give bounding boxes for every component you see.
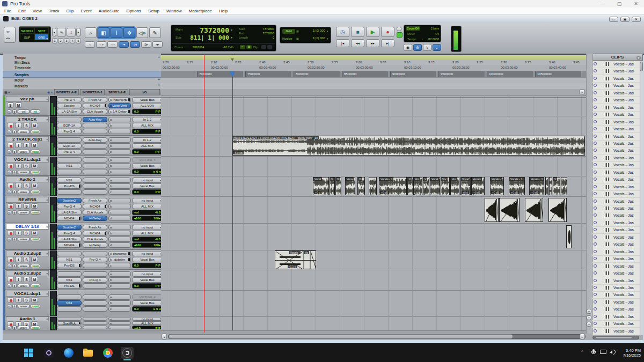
menu-view[interactable]: View: [33, 9, 42, 13]
insert-slot[interactable]: Pro-Q 4: [57, 149, 82, 154]
track-view-selector[interactable]: wave: [18, 150, 30, 154]
mute-button[interactable]: M: [31, 203, 38, 209]
volume-pan-display[interactable]: vol-6.8: [132, 237, 163, 242]
zoom-toggle-button[interactable]: ◂▸: [152, 41, 163, 48]
track-name-caret[interactable]: ▾: [46, 271, 48, 276]
clip-list-item[interactable]: Vocals - Jas: [592, 313, 640, 321]
nudge-value[interactable]: 1| 0| 000: [301, 36, 325, 40]
taskbar-icon-pro-tools[interactable]: [42, 347, 55, 359]
grid-mode-caret[interactable]: ▾: [46, 35, 48, 42]
track-name-caret[interactable]: ▾: [46, 317, 48, 321]
output-selector[interactable]: ALL VOX↕: [132, 103, 163, 108]
insert-slot[interactable]: StudiRck: [57, 321, 82, 325]
mute-button[interactable]: M: [15, 102, 22, 108]
lane-view-dropdown[interactable]: ▾: [579, 90, 585, 94]
track-name-caret[interactable]: ▾: [46, 291, 48, 297]
insert-slot[interactable]: NS1: [57, 277, 82, 283]
record-enable-button[interactable]: [7, 183, 14, 188]
track-lane[interactable]: [161, 223, 586, 250]
insert-slot[interactable]: Pro-Q 4: [83, 257, 107, 262]
record-enable-button[interactable]: [7, 230, 14, 235]
tracklist-meter-icon[interactable]: ◉ ▾: [47, 90, 53, 94]
automation-follows-button[interactable]: ≡▸: [141, 41, 151, 48]
sub-counter-caret[interactable]: ▾: [231, 35, 232, 39]
track-view-selector[interactable]: wave: [18, 170, 30, 174]
layered-edit-button[interactable]: ↕◂: [130, 41, 140, 48]
clip-list-item[interactable]: Vocals - Jas: [592, 176, 640, 183]
end-value[interactable]: 7372800: [246, 32, 274, 35]
clips-vscrollbar[interactable]: [640, 61, 643, 335]
automation-mode-selector[interactable]: rd: [31, 109, 40, 114]
trim-tool[interactable]: ◧: [98, 27, 109, 38]
input-monitor-button[interactable]: I: [15, 183, 22, 188]
audio-clip-vocal[interactable]: Vocal+0 d: [313, 177, 329, 195]
insert-slot[interactable]: MC404: [83, 204, 107, 209]
input-monitor-icon[interactable]: ◎: [7, 284, 11, 288]
solo-button[interactable]: S: [23, 230, 30, 235]
edit-cursor-marker[interactable]: [229, 71, 236, 77]
clip-list-item[interactable]: Vocals - Jas: [592, 270, 640, 277]
automation-mode-selector[interactable]: read: [31, 190, 40, 194]
edit-window-titlebar[interactable]: Edit: OXES 2: [0, 14, 644, 24]
taskbar-icon-chrome[interactable]: [101, 347, 114, 359]
volume-pan-display[interactable]: 0.0P P: [132, 149, 163, 154]
track-lane[interactable]: [161, 316, 586, 330]
input-monitor-icon[interactable]: ◎: [7, 237, 11, 241]
tray-network-icon[interactable]: [600, 350, 607, 355]
menu-marketplace[interactable]: Marketplace: [188, 9, 212, 13]
track-name[interactable]: Audio 1▾: [6, 316, 49, 321]
track-lane[interactable]: [161, 95, 586, 116]
clip-list-item[interactable]: Vocals - Jas: [592, 277, 640, 285]
hscroll-thumb[interactable]: [169, 334, 513, 339]
track-name[interactable]: Audio 2.dup3▾: [6, 250, 49, 256]
polarity-icon[interactable]: ϕ: [12, 130, 17, 134]
track-head-audio-1[interactable]: Audio 1▾ISM◎ϕwavereadStudiRckabcno input…: [3, 316, 161, 330]
insert-slot[interactable]: LA-2A Slvr: [57, 210, 82, 215]
solo-button[interactable]: S: [23, 183, 30, 188]
track-head-2-track[interactable]: 2 TRACK▾ISM◎ϕwavereadEQP-1APro-Q 4Auto-K…: [3, 116, 161, 136]
zoom-preset-4[interactable]: 4: [70, 38, 75, 43]
input-monitor-button[interactable]: I: [15, 203, 22, 209]
clip-list-item[interactable]: Vocals - Jas: [592, 320, 640, 328]
clip-list-item[interactable]: Vocals - Jas: [592, 104, 640, 112]
audio-clip-vocal[interactable]: V: [423, 177, 429, 195]
track-head-audio-2-dup3[interactable]: Audio 2.dup3▾ISM◎ϕwavereadNS1Pro-DSPro-Q…: [3, 250, 161, 270]
edit-mode-spot[interactable]: SPOT: [34, 27, 49, 34]
track-name-caret[interactable]: ▾: [46, 157, 48, 162]
audio-clip-vocal[interactable]: [369, 177, 377, 195]
clip-list-item[interactable]: Vocals - Jas: [592, 147, 640, 154]
taskbar-clock-date[interactable]: 7/16/2025: [616, 353, 641, 358]
input-monitor-icon[interactable]: ◎: [7, 326, 11, 330]
insert-slot[interactable]: Fresh Air: [83, 225, 107, 230]
insert-slot[interactable]: Auto-Key: [83, 117, 107, 122]
go-to-end-button[interactable]: ▸|: [381, 39, 394, 47]
send-slot[interactable]: Long Verbb: [108, 103, 131, 108]
ruler-label-tempo[interactable]: Tempo▸: [3, 55, 161, 60]
clip-list-item[interactable]: Vocals - Jas: [592, 328, 640, 335]
input-selector[interactable]: no input▾: [132, 251, 163, 256]
menu-event[interactable]: Event: [80, 9, 91, 13]
zoom-tool[interactable]: ⌕: [85, 27, 97, 38]
track-name[interactable]: REVERB▾: [6, 197, 49, 203]
clip-list-item[interactable]: Vocals - Jas: [592, 183, 640, 191]
waveform-zoom-button[interactable]: ∿: [57, 28, 66, 36]
output-selector[interactable]: ALL MIX↕: [132, 123, 163, 128]
input-monitor-button[interactable]: I: [15, 230, 22, 235]
pan-depth-display[interactable]: ◂100100▸: [132, 216, 163, 221]
hscroll-right-button[interactable]: ▸: [580, 334, 585, 339]
record-enable-button[interactable]: [7, 203, 14, 209]
polarity-icon[interactable]: ϕ: [12, 264, 17, 268]
grid-toggle[interactable]: Grid: [282, 29, 295, 34]
nudge-caret[interactable]: ▾: [327, 37, 328, 40]
output-selector[interactable]: Vocal Bus↕: [132, 300, 163, 306]
clip-list-item[interactable]: Vocals - Jas: [592, 154, 640, 162]
automation-mode-selector[interactable]: read: [31, 210, 40, 215]
clip-list-item[interactable]: Vocals - Jas: [592, 234, 640, 241]
clip-list-item[interactable]: Vocals - Jas: [592, 68, 640, 75]
transport-mini-toggle[interactable]: [397, 27, 401, 31]
input-monitor-icon[interactable]: ◎: [7, 210, 11, 215]
audio-clip-burst[interactable]: [499, 198, 519, 222]
audio-clip-vocal[interactable]: Vocal+0 d: [460, 177, 471, 195]
track-lane[interactable]: [161, 270, 586, 290]
menu-file[interactable]: File: [4, 9, 11, 13]
